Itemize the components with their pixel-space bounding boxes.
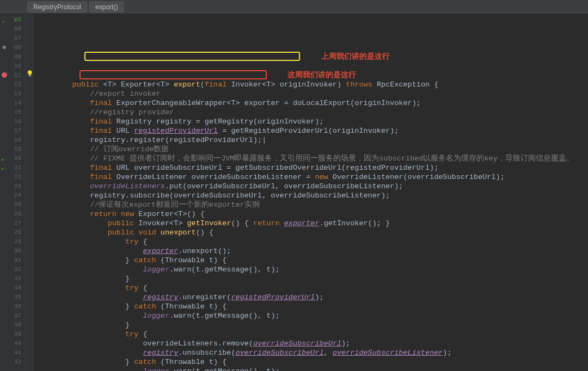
code-line[interactable]: exporter.unexport(); xyxy=(37,246,588,256)
line-number[interactable]: 24 xyxy=(0,191,26,200)
line-number[interactable]: 26 xyxy=(0,209,26,219)
code-line[interactable]: public void unexport() { xyxy=(37,228,588,237)
code-editor[interactable]: ●↑050607080910111213141516171819●↑20●↑21… xyxy=(0,14,588,371)
code-line[interactable]: //registry provider xyxy=(37,108,588,117)
bookmark-icon[interactable] xyxy=(3,46,6,49)
code-line[interactable]: } xyxy=(37,320,588,330)
code-line[interactable]: registry.subscribe(overrideSubscribeUrl,… xyxy=(37,191,588,200)
gutter-mark xyxy=(26,190,34,199)
line-number[interactable]: 38 xyxy=(0,320,26,330)
line-number[interactable]: 09 xyxy=(0,52,26,61)
code-line[interactable]: logger.warn(t.getMessage(), t); xyxy=(37,367,588,371)
annotation-label-yellow: 上周我们讲的是这行 xyxy=(321,52,390,61)
line-number[interactable]: 08 xyxy=(0,43,26,52)
line-number[interactable]: 23 xyxy=(0,182,26,191)
line-number[interactable]: 22 xyxy=(0,172,26,182)
code-line[interactable]: final URL overrideSubscribeUrl = getSubs… xyxy=(37,163,588,172)
line-number[interactable]: 30 xyxy=(0,246,26,256)
line-number[interactable]: 15 xyxy=(0,108,26,117)
code-line[interactable]: overrideListeners.remove(overrideSubscri… xyxy=(37,339,588,348)
line-number[interactable]: 14 xyxy=(0,98,26,108)
gutter-mark xyxy=(26,42,34,51)
line-number[interactable]: 29 xyxy=(0,237,26,246)
code-line[interactable]: final Registry registry = getRegistry(or… xyxy=(37,117,588,126)
code-line[interactable]: logger.warn(t.getMessage(), t); xyxy=(37,265,588,274)
gutter-mark xyxy=(26,162,34,171)
code-line[interactable]: registry.unregister(registedProviderUrl)… xyxy=(37,293,588,302)
line-number[interactable]: 33 xyxy=(0,274,26,283)
gutter-mark xyxy=(26,125,34,134)
gutter-mark xyxy=(26,292,34,301)
code-line[interactable]: //保证每次export都返回一个新的exporter实例 xyxy=(37,200,588,209)
code-line[interactable]: } catch (Throwable t) { xyxy=(37,357,588,367)
line-number[interactable]: 28 xyxy=(0,228,26,237)
gutter-marks[interactable]: 💡 xyxy=(26,14,34,371)
gutter-mark xyxy=(26,144,34,153)
line-number[interactable]: 16 xyxy=(0,117,26,126)
code-line[interactable]: } xyxy=(37,274,588,283)
code-line[interactable]: // 订阅override数据 xyxy=(37,145,588,154)
code-line[interactable]: // FIXME 提供者订阅时，会影响同一JVM即暴露服务，又引用同一服务的场景… xyxy=(37,154,588,163)
code-line[interactable]: final URL registedProviderUrl = getRegis… xyxy=(37,126,588,135)
line-number[interactable]: 19 xyxy=(0,145,26,154)
line-number[interactable]: 06 xyxy=(0,24,26,34)
gutter-mark: 💡 xyxy=(26,70,34,79)
gutter-mark xyxy=(26,79,34,88)
crumb-class[interactable]: RegistryProtocol xyxy=(27,2,87,13)
line-number[interactable]: 27 xyxy=(0,219,26,228)
code-line[interactable]: public <T> Exporter<T> export(final Invo… xyxy=(37,80,588,89)
code-line[interactable]: overrideListeners.put(overrideSubscribeU… xyxy=(37,182,588,191)
line-number[interactable]: 35 xyxy=(0,293,26,302)
gutter-mark xyxy=(26,14,34,23)
code-line[interactable]: public Invoker<T> getInvoker() { return … xyxy=(37,219,588,228)
line-number[interactable]: 10 xyxy=(0,61,26,71)
line-number[interactable]: 36 xyxy=(0,302,26,311)
code-line[interactable]: logger.warn(t.getMessage(), t); xyxy=(37,311,588,320)
gutter-mark xyxy=(26,319,34,329)
annotation-label-red: 这周我们讲的是这行 xyxy=(287,70,356,79)
line-number[interactable]: 40 xyxy=(0,339,26,348)
line-number[interactable]: 39 xyxy=(0,330,26,339)
lightbulb-icon[interactable]: 💡 xyxy=(26,70,34,79)
line-number[interactable]: 11 xyxy=(0,71,26,80)
line-number-gutter[interactable]: ●↑050607080910111213141516171819●↑20●↑21… xyxy=(0,14,26,371)
code-line[interactable]: final OverrideListener overrideSubscribe… xyxy=(37,172,588,182)
line-number[interactable]: 12 xyxy=(0,80,26,89)
line-number[interactable]: 42 xyxy=(0,357,26,367)
line-number[interactable]: 18 xyxy=(0,135,26,145)
code-line[interactable]: return new Exporter<T>() { xyxy=(37,209,588,219)
line-number[interactable]: 32 xyxy=(0,265,26,274)
line-number[interactable]: 37 xyxy=(0,311,26,320)
code-area[interactable]: 上周我们讲的是这行 这周我们讲的是这行 public <T> Exporter<… xyxy=(34,14,588,371)
line-number[interactable]: ●↑20 xyxy=(0,154,26,163)
gutter-mark xyxy=(26,171,34,181)
line-number[interactable]: 17 xyxy=(0,126,26,135)
gutter-mark xyxy=(26,107,34,116)
crumb-method[interactable]: export() xyxy=(89,2,124,13)
line-number[interactable]: ●↑05 xyxy=(0,15,26,24)
gutter-mark xyxy=(26,356,34,366)
breakpoint-icon[interactable] xyxy=(2,72,7,78)
code-line[interactable]: try { xyxy=(37,237,588,246)
gutter-mark xyxy=(26,245,34,255)
line-number[interactable]: 07 xyxy=(0,34,26,43)
code-line[interactable]: try { xyxy=(37,330,588,339)
line-number[interactable]: 34 xyxy=(0,283,26,293)
code-line[interactable]: registry.unsubscribe(overrideSubscribeUr… xyxy=(37,348,588,357)
code-line[interactable]: //export invoker xyxy=(37,89,588,98)
line-number[interactable]: 25 xyxy=(0,200,26,209)
gutter-mark xyxy=(26,264,34,273)
code-line[interactable]: registry.register(registedProviderUrl);| xyxy=(37,135,588,145)
line-number[interactable]: 13 xyxy=(0,89,26,98)
gutter-mark xyxy=(26,218,34,227)
code-line[interactable]: } catch (Throwable t) { xyxy=(37,256,588,265)
line-number[interactable]: 31 xyxy=(0,256,26,265)
code-line[interactable]: try { xyxy=(37,283,588,293)
code-line[interactable]: final ExporterChangeableWrapper<T> expor… xyxy=(37,98,588,108)
code-line[interactable]: } catch (Throwable t) { xyxy=(37,302,588,311)
highlight-box-yellow xyxy=(84,52,300,61)
line-number[interactable]: ●↑21 xyxy=(0,163,26,172)
line-number[interactable]: 41 xyxy=(0,348,26,357)
gutter-mark xyxy=(26,88,34,97)
gutter-mark xyxy=(26,208,34,218)
